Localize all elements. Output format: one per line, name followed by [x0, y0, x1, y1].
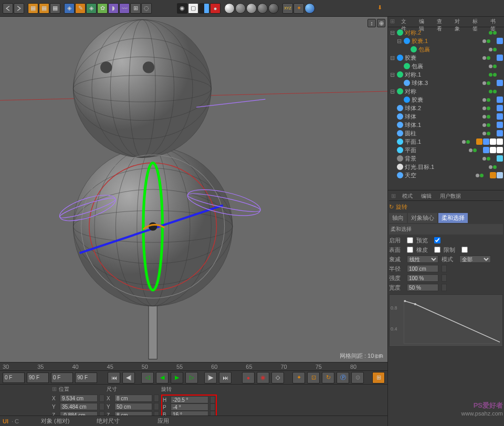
- tree-item[interactable]: ⊟对称.1: [389, 70, 503, 79]
- pos-y-spinner[interactable]: [99, 403, 104, 410]
- tab-edit[interactable]: 编辑: [415, 17, 433, 27]
- tree-item[interactable]: 球体: [389, 112, 503, 121]
- tree-expand-icon[interactable]: ⊟: [390, 71, 395, 78]
- tag-icon[interactable]: [497, 155, 503, 162]
- tag-icon[interactable]: [497, 147, 503, 153]
- tag-icon[interactable]: [497, 97, 503, 103]
- tree-label[interactable]: 球体: [405, 113, 481, 121]
- tag-icon[interactable]: [497, 172, 503, 178]
- mat1-icon[interactable]: [224, 3, 235, 14]
- timeline-ruler[interactable]: 30 35 40 45 50 55 60 65 70 75 80: [0, 362, 387, 370]
- goto-end-button[interactable]: ⏭: [219, 372, 232, 384]
- frame-start-input[interactable]: [3, 372, 25, 383]
- tree-label[interactable]: 平面: [405, 146, 467, 154]
- play-button[interactable]: ▶: [171, 372, 183, 384]
- autokey-button[interactable]: ◉: [257, 372, 269, 384]
- timeline-opts-button[interactable]: ⊞: [372, 372, 385, 384]
- tree-item[interactable]: ⊟胶囊.1: [389, 37, 503, 45]
- tree-label[interactable]: 胶囊.1: [412, 37, 481, 45]
- tab-object-rel[interactable]: 对象 (相对): [41, 417, 69, 425]
- tag-icon[interactable]: [497, 113, 503, 120]
- viewport-nav1-icon[interactable]: ↕: [368, 19, 376, 27]
- goto-start-button[interactable]: ⏮: [108, 372, 120, 384]
- tag-icon[interactable]: [497, 130, 503, 136]
- visibility-dots[interactable]: [482, 157, 490, 161]
- mat5-icon[interactable]: [268, 3, 279, 14]
- apply-button[interactable]: 应用: [158, 417, 169, 425]
- tree-item[interactable]: 球体.2: [389, 104, 503, 112]
- tree-label[interactable]: 球体.3: [412, 79, 481, 87]
- tree-item[interactable]: 包裹: [389, 62, 503, 70]
- tag-icon[interactable]: [497, 80, 503, 86]
- radius-input[interactable]: [407, 265, 438, 272]
- tag-icon[interactable]: [490, 139, 496, 145]
- visibility-dots[interactable]: [482, 115, 490, 119]
- size-y-input[interactable]: [114, 403, 152, 410]
- key-scale-button[interactable]: ⊡: [307, 372, 320, 384]
- visibility-dots[interactable]: [482, 123, 490, 127]
- falloff-graph[interactable]: 0.8 0.4: [389, 294, 503, 347]
- tag-icon[interactable]: [490, 147, 496, 153]
- timeline-c-button[interactable]: ▦: [50, 3, 60, 14]
- tree-label[interactable]: 对称: [405, 88, 487, 95]
- attr-tab-axis[interactable]: 轴向: [389, 213, 407, 223]
- tab-view[interactable]: 查看: [433, 17, 450, 27]
- tag-icon[interactable]: [490, 172, 496, 178]
- radius-spinner[interactable]: [442, 265, 447, 272]
- record-icon[interactable]: ●: [210, 3, 220, 14]
- tree-item[interactable]: ⊟对称.2: [389, 28, 503, 37]
- rot-h-input[interactable]: [171, 396, 208, 403]
- redo-button[interactable]: [14, 3, 24, 14]
- timeline-a-button[interactable]: ▦: [28, 3, 38, 14]
- tree-item[interactable]: 平面.1: [389, 137, 503, 146]
- visibility-dots[interactable]: [489, 73, 497, 77]
- tag-icon[interactable]: [497, 38, 503, 44]
- size-x-input[interactable]: [114, 395, 152, 402]
- tree-label[interactable]: 包裹: [418, 46, 487, 54]
- next-key-button[interactable]: |▶: [204, 372, 217, 384]
- capsule-button[interactable]: ◗: [108, 3, 119, 14]
- brush-button[interactable]: ✎: [75, 3, 86, 14]
- attr-tab-userdata[interactable]: 用户数据: [436, 191, 465, 200]
- tree-item[interactable]: 包裹: [389, 45, 503, 54]
- visibility-dots[interactable]: [482, 98, 490, 102]
- tag-icon[interactable]: [476, 139, 482, 145]
- key-pla-button[interactable]: ⊙: [351, 372, 364, 384]
- tag-icon[interactable]: [497, 139, 503, 145]
- play-back-button[interactable]: ◀: [156, 372, 169, 384]
- clover-button[interactable]: ✿: [97, 3, 108, 14]
- range-start-input[interactable]: [51, 372, 73, 383]
- keyframe-button[interactable]: ◇: [271, 372, 284, 384]
- tag-icon[interactable]: [497, 122, 503, 128]
- tree-item[interactable]: 圆柱: [389, 129, 503, 137]
- cube-button[interactable]: ◈: [64, 3, 75, 14]
- preview-checkbox[interactable]: [434, 237, 440, 243]
- rot-h-spinner[interactable]: [210, 396, 215, 403]
- xyz-icon[interactable]: XYZ: [282, 3, 293, 14]
- globe-icon[interactable]: [304, 3, 315, 14]
- tree-label[interactable]: 对称.1: [405, 71, 487, 79]
- cube2-button[interactable]: ◈: [86, 3, 97, 14]
- visibility-dots[interactable]: [489, 31, 497, 35]
- visibility-dots[interactable]: [489, 90, 497, 93]
- tree-item[interactable]: ⊟胶囊: [389, 54, 503, 62]
- rot-p-spinner[interactable]: [210, 403, 215, 411]
- tree-label[interactable]: 圆柱: [405, 130, 481, 137]
- viewport-3d[interactable]: ↕ ⊕: [0, 17, 387, 362]
- mat2-icon[interactable]: [235, 3, 246, 14]
- tree-label[interactable]: 球体.1: [405, 121, 481, 129]
- key-pos-button[interactable]: ✦: [292, 372, 305, 384]
- tree-label[interactable]: 对称.2: [405, 29, 487, 37]
- tree-label[interactable]: 灯光.目标.1: [405, 163, 487, 171]
- frame-end-input[interactable]: [27, 372, 49, 383]
- visibility-dots[interactable]: [489, 65, 497, 68]
- tree-label[interactable]: 天空: [405, 172, 474, 179]
- tree-label[interactable]: 包裹: [412, 62, 487, 70]
- tag-icon[interactable]: [483, 139, 489, 145]
- key-param-button[interactable]: Ⓟ: [337, 372, 349, 384]
- record-button[interactable]: ●: [242, 372, 255, 384]
- visibility-dots[interactable]: [462, 140, 470, 144]
- attr-tab-softsel[interactable]: 柔和选择: [438, 213, 468, 223]
- visibility-dots[interactable]: [476, 174, 484, 177]
- pos-x-spinner[interactable]: [99, 395, 104, 402]
